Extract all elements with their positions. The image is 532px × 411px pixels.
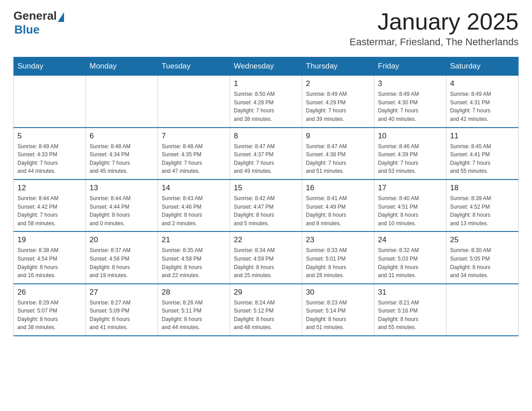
day-info: Sunrise: 8:44 AMSunset: 4:44 PMDaylight:… xyxy=(90,194,154,227)
calendar-subtitle: Eastermar, Friesland, The Netherlands xyxy=(350,36,519,48)
day-info: Sunrise: 8:29 AMSunset: 5:07 PMDaylight:… xyxy=(17,299,82,332)
calendar-cell: 18Sunrise: 8:39 AMSunset: 4:52 PMDayligh… xyxy=(446,180,519,231)
calendar-week-3: 12Sunrise: 8:44 AMSunset: 4:42 PMDayligh… xyxy=(14,180,519,231)
day-number: 5 xyxy=(17,132,82,141)
day-number: 15 xyxy=(234,184,298,193)
calendar-title: January 2025 xyxy=(350,9,519,34)
day-number: 9 xyxy=(306,132,370,141)
calendar-week-1: 1Sunrise: 8:50 AMSunset: 4:28 PMDaylight… xyxy=(14,76,519,128)
calendar-header: SundayMondayTuesdayWednesdayThursdayFrid… xyxy=(14,57,519,76)
calendar-cell: 14Sunrise: 8:43 AMSunset: 4:46 PMDayligh… xyxy=(158,180,230,231)
day-number: 11 xyxy=(450,132,515,141)
day-info: Sunrise: 8:49 AMSunset: 4:31 PMDaylight:… xyxy=(450,90,515,123)
day-number: 3 xyxy=(378,79,442,88)
calendar-cell: 12Sunrise: 8:44 AMSunset: 4:42 PMDayligh… xyxy=(14,180,86,231)
day-info: Sunrise: 8:33 AMSunset: 5:01 PMDaylight:… xyxy=(306,246,370,279)
day-header-friday: Friday xyxy=(374,57,446,76)
day-number: 1 xyxy=(234,79,298,88)
calendar-cell: 27Sunrise: 8:27 AMSunset: 5:09 PMDayligh… xyxy=(86,284,158,336)
calendar-body: 1Sunrise: 8:50 AMSunset: 4:28 PMDaylight… xyxy=(14,76,519,336)
day-info: Sunrise: 8:43 AMSunset: 4:46 PMDaylight:… xyxy=(162,194,226,227)
day-number: 24 xyxy=(378,235,442,244)
calendar-week-2: 5Sunrise: 8:49 AMSunset: 4:33 PMDaylight… xyxy=(14,128,519,180)
day-info: Sunrise: 8:48 AMSunset: 4:34 PMDaylight:… xyxy=(90,142,154,176)
calendar-cell: 19Sunrise: 8:38 AMSunset: 4:54 PMDayligh… xyxy=(14,231,86,283)
calendar-cell: 17Sunrise: 8:40 AMSunset: 4:51 PMDayligh… xyxy=(374,180,446,231)
calendar-cell xyxy=(446,284,519,336)
day-number: 25 xyxy=(450,235,515,244)
calendar-cell: 8Sunrise: 8:47 AMSunset: 4:37 PMDaylight… xyxy=(230,128,302,180)
day-info: Sunrise: 8:49 AMSunset: 4:33 PMDaylight:… xyxy=(17,142,82,176)
calendar-cell: 11Sunrise: 8:45 AMSunset: 4:41 PMDayligh… xyxy=(446,128,519,180)
day-header-wednesday: Wednesday xyxy=(230,57,302,76)
day-info: Sunrise: 8:32 AMSunset: 5:03 PMDaylight:… xyxy=(378,246,442,279)
calendar-cell: 24Sunrise: 8:32 AMSunset: 5:03 PMDayligh… xyxy=(374,231,446,283)
day-info: Sunrise: 8:38 AMSunset: 4:54 PMDaylight:… xyxy=(17,246,82,279)
calendar-cell: 25Sunrise: 8:30 AMSunset: 5:05 PMDayligh… xyxy=(446,231,519,283)
day-number: 23 xyxy=(306,235,370,244)
calendar-cell: 5Sunrise: 8:49 AMSunset: 4:33 PMDaylight… xyxy=(14,128,86,180)
calendar-cell: 15Sunrise: 8:42 AMSunset: 4:47 PMDayligh… xyxy=(230,180,302,231)
calendar-cell: 4Sunrise: 8:49 AMSunset: 4:31 PMDaylight… xyxy=(446,76,519,128)
calendar-cell: 7Sunrise: 8:48 AMSunset: 4:35 PMDaylight… xyxy=(158,128,230,180)
calendar-cell: 9Sunrise: 8:47 AMSunset: 4:38 PMDaylight… xyxy=(302,128,374,180)
day-number: 16 xyxy=(306,184,370,193)
calendar-cell: 31Sunrise: 8:21 AMSunset: 5:16 PMDayligh… xyxy=(374,284,446,336)
day-number: 7 xyxy=(162,132,226,141)
calendar-cell: 22Sunrise: 8:34 AMSunset: 4:59 PMDayligh… xyxy=(230,231,302,283)
day-number: 4 xyxy=(450,79,515,88)
day-info: Sunrise: 8:49 AMSunset: 4:30 PMDaylight:… xyxy=(378,90,442,123)
calendar-cell: 16Sunrise: 8:41 AMSunset: 4:49 PMDayligh… xyxy=(302,180,374,231)
day-number: 10 xyxy=(378,132,442,141)
day-number: 12 xyxy=(17,184,82,193)
logo-triangle-icon xyxy=(58,12,64,22)
day-number: 31 xyxy=(378,288,442,297)
day-header-thursday: Thursday xyxy=(302,57,374,76)
day-number: 8 xyxy=(234,132,298,141)
day-info: Sunrise: 8:47 AMSunset: 4:37 PMDaylight:… xyxy=(234,142,298,176)
logo-general-text: General xyxy=(13,9,57,23)
calendar-cell: 3Sunrise: 8:49 AMSunset: 4:30 PMDaylight… xyxy=(374,76,446,128)
calendar-cell: 2Sunrise: 8:49 AMSunset: 4:29 PMDaylight… xyxy=(302,76,374,128)
day-info: Sunrise: 8:47 AMSunset: 4:38 PMDaylight:… xyxy=(306,142,370,176)
day-header-sunday: Sunday xyxy=(14,57,86,76)
calendar-cell: 10Sunrise: 8:46 AMSunset: 4:39 PMDayligh… xyxy=(374,128,446,180)
day-number: 20 xyxy=(90,235,154,244)
day-info: Sunrise: 8:27 AMSunset: 5:09 PMDaylight:… xyxy=(90,299,154,332)
day-info: Sunrise: 8:48 AMSunset: 4:35 PMDaylight:… xyxy=(162,142,226,176)
calendar-cell: 21Sunrise: 8:35 AMSunset: 4:58 PMDayligh… xyxy=(158,231,230,283)
day-number: 28 xyxy=(162,288,226,297)
title-block: January 2025 Eastermar, Friesland, The N… xyxy=(350,9,519,48)
day-number: 27 xyxy=(90,288,154,297)
day-number: 19 xyxy=(17,235,82,244)
day-number: 6 xyxy=(90,132,154,141)
calendar-cell: 13Sunrise: 8:44 AMSunset: 4:44 PMDayligh… xyxy=(86,180,158,231)
day-info: Sunrise: 8:37 AMSunset: 4:56 PMDaylight:… xyxy=(90,246,154,279)
calendar-cell: 23Sunrise: 8:33 AMSunset: 5:01 PMDayligh… xyxy=(302,231,374,283)
day-number: 29 xyxy=(234,288,298,297)
day-info: Sunrise: 8:45 AMSunset: 4:41 PMDaylight:… xyxy=(450,142,515,176)
day-header-saturday: Saturday xyxy=(446,57,519,76)
day-info: Sunrise: 8:24 AMSunset: 5:12 PMDaylight:… xyxy=(234,299,298,332)
day-number: 26 xyxy=(17,288,82,297)
day-info: Sunrise: 8:23 AMSunset: 5:14 PMDaylight:… xyxy=(306,299,370,332)
day-info: Sunrise: 8:39 AMSunset: 4:52 PMDaylight:… xyxy=(450,194,515,227)
day-info: Sunrise: 8:44 AMSunset: 4:42 PMDaylight:… xyxy=(17,194,82,227)
day-number: 14 xyxy=(162,184,226,193)
day-info: Sunrise: 8:49 AMSunset: 4:29 PMDaylight:… xyxy=(306,90,370,123)
day-info: Sunrise: 8:42 AMSunset: 4:47 PMDaylight:… xyxy=(234,194,298,227)
day-number: 30 xyxy=(306,288,370,297)
calendar-cell: 6Sunrise: 8:48 AMSunset: 4:34 PMDaylight… xyxy=(86,128,158,180)
day-number: 22 xyxy=(234,235,298,244)
calendar-week-4: 19Sunrise: 8:38 AMSunset: 4:54 PMDayligh… xyxy=(14,231,519,283)
logo: General Blue xyxy=(13,9,64,37)
day-info: Sunrise: 8:21 AMSunset: 5:16 PMDaylight:… xyxy=(378,299,442,332)
day-info: Sunrise: 8:40 AMSunset: 4:51 PMDaylight:… xyxy=(378,194,442,227)
day-info: Sunrise: 8:34 AMSunset: 4:59 PMDaylight:… xyxy=(234,246,298,279)
day-info: Sunrise: 8:26 AMSunset: 5:11 PMDaylight:… xyxy=(162,299,226,332)
day-info: Sunrise: 8:41 AMSunset: 4:49 PMDaylight:… xyxy=(306,194,370,227)
day-info: Sunrise: 8:35 AMSunset: 4:58 PMDaylight:… xyxy=(162,246,226,279)
day-header-monday: Monday xyxy=(86,57,158,76)
day-header-tuesday: Tuesday xyxy=(158,57,230,76)
page-header: General Blue January 2025 Eastermar, Fri… xyxy=(13,9,519,48)
